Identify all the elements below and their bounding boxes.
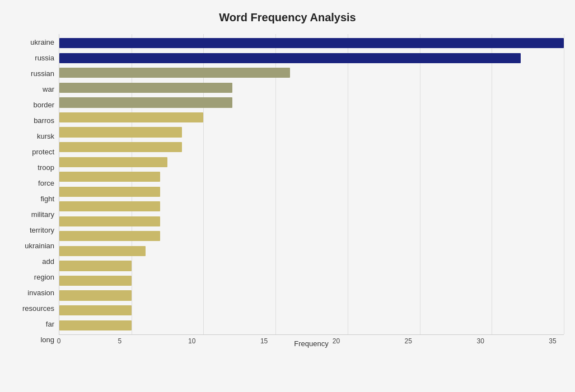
y-label-resources: resources [11, 305, 54, 312]
y-label-kursk: kursk [11, 133, 54, 140]
bar-row-military [59, 199, 564, 214]
bar-long [59, 320, 132, 330]
bar-row-long [59, 318, 564, 333]
y-label-russia: russia [11, 54, 54, 62]
bar-row-region [59, 258, 564, 273]
bar-russian [59, 68, 290, 78]
bar-row-russia [59, 51, 564, 65]
bar-force [59, 172, 160, 182]
chart-container: Word Frequency Analysis ukrainerussiarus… [0, 0, 575, 392]
bar-row-russian [59, 65, 564, 80]
y-label-region: region [11, 273, 54, 281]
bars-and-xaxis: 05101520253035 Frequency [59, 34, 564, 348]
bar-row-barros [59, 110, 564, 125]
bar-invasion [59, 276, 132, 286]
x-axis-label-30: 30 [469, 337, 492, 345]
y-label-force: force [11, 180, 54, 187]
y-label-military: military [11, 211, 54, 218]
y-label-territory: territory [11, 226, 54, 234]
bar-row-ukraine [59, 36, 564, 50]
bar-war [59, 83, 232, 93]
bar-row-protect [59, 140, 564, 154]
bar-region [59, 261, 132, 271]
bar-protect [59, 142, 182, 152]
bar-row-war [59, 81, 564, 95]
bar-ukrainian [59, 231, 160, 241]
x-axis-label-10: 10 [181, 337, 203, 345]
y-labels: ukrainerussiarussianwarborderbarroskursk… [11, 34, 59, 348]
bar-row-resources [59, 289, 564, 303]
bar-row-troop [59, 155, 564, 169]
bar-row-far [59, 303, 564, 318]
bar-far [59, 305, 132, 315]
bar-row-fight [59, 185, 564, 199]
bar-row-territory [59, 214, 564, 229]
bar-military [59, 201, 160, 211]
y-label-protect: protect [11, 148, 54, 155]
y-label-fight: fight [11, 195, 54, 202]
bar-row-border [59, 95, 564, 110]
y-label-troop: troop [11, 164, 54, 171]
y-label-border: border [11, 101, 54, 108]
x-axis-label-15: 15 [253, 337, 275, 345]
y-label-barros: barros [11, 117, 54, 124]
bar-resources [59, 290, 132, 300]
x-axis-label-0: 0 [48, 337, 70, 345]
bar-border [59, 97, 232, 107]
bar-row-kursk [59, 125, 564, 140]
y-label-russian: russian [11, 70, 54, 77]
x-axis-label-25: 25 [397, 337, 419, 345]
y-label-invasion: invasion [11, 289, 54, 296]
chart-area: ukrainerussiarussianwarborderbarroskursk… [11, 34, 564, 348]
bar-barros [59, 112, 203, 122]
y-label-add: add [11, 258, 54, 265]
x-axis-label-20: 20 [325, 337, 347, 345]
y-label-ukrainian: ukrainian [11, 242, 54, 249]
chart-title: Word Frequency Analysis [11, 11, 564, 24]
y-label-ukraine: ukraine [11, 39, 54, 46]
bar-russia [59, 53, 521, 63]
bar-fight [59, 187, 160, 197]
bar-ukraine [59, 38, 564, 48]
grid-line-35 [564, 34, 564, 334]
y-label-war: war [11, 86, 54, 93]
bar-kursk [59, 127, 182, 137]
bar-row-invasion [59, 273, 564, 288]
x-axis-label-35: 35 [541, 337, 564, 345]
x-axis-label-5: 5 [109, 337, 131, 345]
bar-row-add [59, 244, 564, 258]
x-axis-labels: 05101520253035 [59, 335, 564, 338]
bar-row-force [59, 169, 564, 184]
bars-area [59, 34, 564, 335]
bar-row-ukrainian [59, 229, 564, 243]
bar-add [59, 246, 146, 256]
y-label-far: far [11, 320, 54, 328]
bars-wrapper [59, 34, 564, 334]
bar-territory [59, 216, 160, 226]
bar-troop [59, 157, 167, 167]
